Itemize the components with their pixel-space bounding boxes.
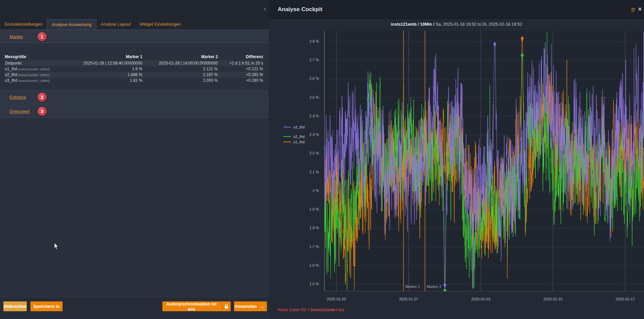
measure-source: (iosts121emb / 10Min) bbox=[17, 73, 50, 77]
y-tick-label: 2.6 % bbox=[297, 76, 319, 80]
analysis-settings-panel: ‹ GrundeinstellungenAnalyse AuswertungAn… bbox=[0, 0, 269, 319]
tab-widget-einstellungen[interactable]: Widget Einstellungen bbox=[135, 19, 185, 29]
marker2-value: 2.121 % bbox=[142, 66, 218, 72]
y-tick-label: 1.7 % bbox=[297, 245, 319, 249]
cockpit-header: Analyse Cockpit ≡ × bbox=[269, 0, 644, 19]
y-tick-label: 2.5 % bbox=[297, 95, 319, 99]
anwenden-label: Anwenden bbox=[235, 304, 257, 309]
tab-analyse-layout[interactable]: Analyse Layout bbox=[96, 19, 135, 29]
table-header-row: MessgrößeMarker 1Marker 2Differenz bbox=[5, 53, 263, 60]
measure-name: u1_thd (iosts121emb / 10Min) bbox=[5, 66, 66, 72]
y-tick-label: 2.8 % bbox=[297, 39, 319, 43]
legend-label: u1_thd bbox=[293, 140, 305, 144]
marker1-value: 2025-01-26 | 12:08:40.00000000 bbox=[66, 60, 142, 66]
marker2-value: 2025-01-28 | 14:00:00.00000000 bbox=[142, 60, 218, 66]
table-row-u3_thd: u3_thd (iosts121emb / 10Min)1.81 %2.093 … bbox=[5, 78, 263, 83]
lock-icon bbox=[222, 303, 228, 310]
y-tick-label: 1.6 % bbox=[297, 263, 319, 267]
measure-name: Zeitpunkt bbox=[5, 60, 66, 66]
legend-item-u1_thd[interactable]: u1_thd bbox=[283, 140, 305, 144]
menu-icon[interactable]: ≡ bbox=[631, 5, 635, 14]
chart-title: iosts121emb / 10Min / Sa, 2025-01-18 19:… bbox=[269, 22, 644, 27]
measure-name: u3_thd (iosts121emb / 10Min) bbox=[5, 78, 66, 83]
cockpit-title: Analyse Cockpit bbox=[278, 6, 322, 13]
legend-item-u3_thd[interactable]: u3_thd bbox=[283, 125, 305, 129]
marker1-value: 1.9 % bbox=[66, 66, 142, 72]
y-tick-label: 2 % bbox=[297, 189, 319, 193]
col-header-1: Marker 1 bbox=[66, 53, 142, 60]
marker-line-label: Marker 2 bbox=[427, 285, 441, 289]
diff-value: +0.221 % bbox=[218, 66, 263, 72]
autosync-label: Autosynchronisation ist aus bbox=[162, 301, 221, 312]
x-tick-label: 2025-02-03 bbox=[465, 297, 496, 301]
plot-area[interactable]: Marker 1Marker 2 bbox=[324, 31, 644, 291]
no-data-struck-part: (iosts121emb / 1s) bbox=[310, 308, 344, 312]
marker-section-link[interactable]: Marker bbox=[9, 34, 23, 39]
x-tick-label: 2025-02-10 bbox=[538, 297, 568, 301]
grenzwert-section: Grenzwert 3 bbox=[0, 105, 269, 118]
thd-line-chart[interactable]: Marker 1Marker 2 bbox=[324, 31, 644, 291]
measure-name: u2_thd (iosts121emb / 10Min) bbox=[5, 72, 66, 78]
y-tick-label: 2.2 % bbox=[297, 151, 319, 155]
table-row-zeitpunkt: Zeitpunkt2025-01-26 | 12:08:40.000000002… bbox=[5, 60, 263, 66]
marker1-value: 1.81 % bbox=[66, 78, 142, 83]
step-badge-2: 2 bbox=[38, 93, 47, 102]
step-badge-3: 3 bbox=[38, 107, 47, 116]
marker1-value: 1.886 % bbox=[66, 72, 142, 78]
no-data-warning: Keine Daten für: f (iosts121emb / 1s) bbox=[278, 308, 344, 312]
y-tick-label: 1.9 % bbox=[297, 207, 319, 211]
left-panel-topbar: ‹ bbox=[0, 0, 269, 19]
measure-source: (iosts121emb / 10Min) bbox=[17, 79, 50, 82]
tab-grundeinstellungen[interactable]: Grundeinstellungen bbox=[0, 19, 47, 29]
table-row-u1_thd: u1_thd (iosts121emb / 10Min)1.9 %2.121 %… bbox=[5, 66, 263, 72]
y-tick-label: 1.8 % bbox=[297, 226, 319, 230]
analyse-cockpit-panel: Analyse Cockpit ≡ × iosts121emb / 10Min … bbox=[269, 0, 644, 319]
abbrechen-button[interactable]: Abbrechen bbox=[3, 301, 27, 311]
diff-value: +0.281 % bbox=[218, 72, 263, 78]
col-header-3: Differenz bbox=[218, 53, 263, 60]
collapse-panel-icon[interactable]: ‹ bbox=[264, 5, 266, 12]
speichern-in-button[interactable]: Speichern in bbox=[30, 301, 63, 311]
legend-item-u2_thd[interactable]: u2_thd bbox=[283, 134, 305, 139]
chart-title-range: Sa, 2025-01-18 19:52 to Di, 2025-02-18 1… bbox=[436, 22, 522, 27]
app-root: ‹ GrundeinstellungenAnalyse AuswertungAn… bbox=[0, 0, 644, 319]
marker-comparison-table: MessgrößeMarker 1Marker 2Differenz Zeitp… bbox=[5, 53, 263, 83]
y-tick-label: 2.7 % bbox=[297, 58, 319, 62]
table-row-u2_thd: u2_thd (iosts121emb / 10Min)1.886 %2.167… bbox=[5, 72, 263, 78]
chart-title-source: iosts121emb / 10Min / bbox=[391, 22, 435, 27]
col-header-0: Messgröße bbox=[5, 53, 66, 60]
close-icon[interactable]: × bbox=[638, 6, 642, 13]
y-tick-label: 2.4 % bbox=[297, 114, 319, 118]
diff-value: +2 d 1 h 51 m 20 s bbox=[218, 60, 263, 66]
no-data-prefix: Keine Daten für: f bbox=[278, 308, 310, 312]
marker-section: Marker 1 bbox=[0, 30, 269, 43]
x-tick-label: 2025-01-27 bbox=[393, 297, 424, 301]
col-header-2: Marker 2 bbox=[142, 53, 218, 60]
legend-swatch bbox=[283, 136, 291, 137]
y-tick-label: 1.5 % bbox=[297, 282, 319, 286]
x-tick-label: 2025-01-20 bbox=[321, 297, 352, 301]
measure-source: (iosts121emb / 10Min) bbox=[17, 67, 50, 71]
autosync-toggle-button[interactable]: Autosynchronisation ist aus bbox=[162, 301, 231, 311]
marker2-value: 2.167 % bbox=[142, 72, 218, 78]
mouse-cursor bbox=[54, 243, 59, 250]
anwenden-button[interactable]: Anwenden → bbox=[234, 301, 267, 311]
marker2-value: 2.093 % bbox=[142, 78, 218, 83]
extrema-section: Extrema 2 bbox=[0, 91, 269, 103]
x-tick-label: 2025-02-17 bbox=[610, 297, 640, 301]
y-tick-label: 2.1 % bbox=[297, 170, 319, 174]
extrema-section-link[interactable]: Extrema bbox=[9, 95, 26, 100]
legend-label: u3_thd bbox=[293, 125, 305, 129]
tab-bar: GrundeinstellungenAnalyse AuswertungAnal… bbox=[0, 19, 269, 30]
legend-swatch bbox=[283, 127, 291, 127]
legend-swatch bbox=[283, 142, 291, 142]
tab-analyse-auswertung[interactable]: Analyse Auswertung bbox=[47, 19, 96, 29]
diff-value: +0.283 % bbox=[218, 78, 263, 83]
step-badge-1: 1 bbox=[38, 32, 47, 41]
grenzwert-section-link[interactable]: Grenzwert bbox=[9, 109, 30, 114]
marker-line-label: Marker 1 bbox=[405, 285, 420, 289]
arrow-right-icon: → bbox=[257, 303, 264, 310]
table-body: Zeitpunkt2025-01-26 | 12:08:40.000000002… bbox=[5, 60, 263, 83]
legend-label: u2_thd bbox=[293, 134, 305, 139]
